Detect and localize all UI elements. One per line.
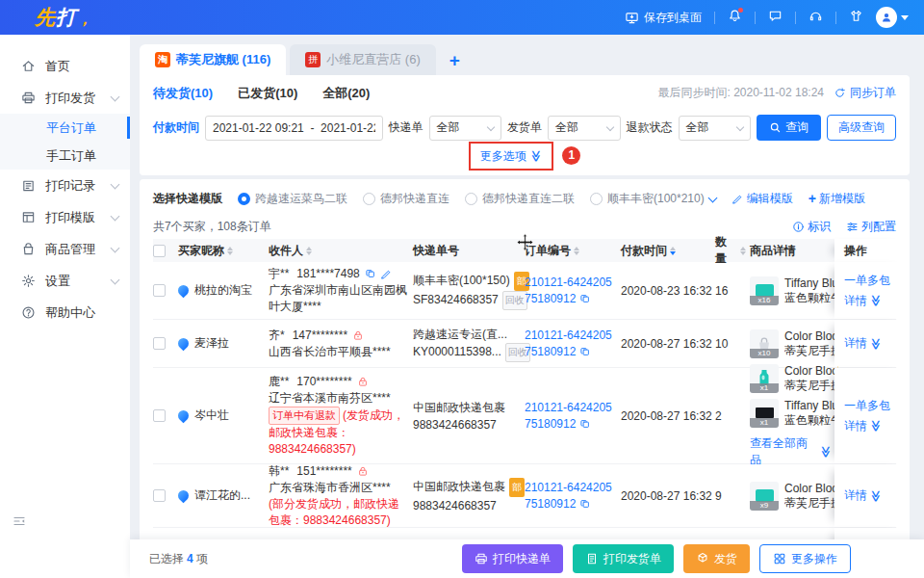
sidebar-item-printer[interactable]: 打印发货 [0, 82, 130, 114]
add-template-button[interactable]: + 新增模版 [808, 191, 865, 207]
sidebar-item-record[interactable]: 打印记录 [0, 170, 130, 201]
order-number-line[interactable]: 75180912 [525, 496, 617, 512]
quantity-cell: 16 [715, 284, 750, 298]
order-tab[interactable]: 待发货(10) [153, 85, 213, 102]
lock-icon[interactable] [357, 376, 369, 387]
footer-button-invoice[interactable]: 打印发货单 [573, 544, 674, 573]
express-filter-select[interactable]: 全部 [429, 116, 501, 141]
refund-filter-value: 全部 [686, 119, 709, 136]
lock-icon[interactable] [352, 329, 364, 341]
search-button-label: 查询 [785, 119, 808, 136]
recycle-badge[interactable]: 回收 [502, 291, 527, 310]
order-number-line[interactable]: 210121-6424205 [525, 480, 617, 496]
sidebar-item-gear[interactable]: 设置 [0, 265, 130, 297]
edit-template-button[interactable]: 编辑模版 [732, 191, 793, 207]
copy-icon[interactable] [579, 418, 591, 430]
copy-icon[interactable] [579, 498, 591, 510]
advanced-search-button[interactable]: 高级查询 [827, 115, 896, 141]
sort-icons [574, 247, 579, 255]
save-to-desktop-button[interactable]: 保存到桌面 [625, 10, 702, 26]
template-radio-option[interactable]: 顺丰丰密(100*210) [590, 191, 716, 207]
edit-icon[interactable] [380, 268, 393, 280]
more-options-button[interactable]: 更多选项 ≫ [480, 148, 543, 165]
view-all-products-link[interactable]: 查看全部商品≫ [750, 435, 833, 468]
row-checkbox[interactable] [153, 337, 166, 350]
recipient-icons [365, 268, 393, 280]
template-radio-option[interactable]: 德邦快递直连 [363, 191, 449, 207]
action-link[interactable]: 详情≫ [844, 335, 910, 352]
account-menu[interactable] [876, 7, 909, 28]
copy-icon[interactable] [579, 346, 591, 357]
row-checkbox[interactable] [153, 284, 166, 297]
template-radio-option[interactable]: 跨越速运菜鸟二联 [238, 191, 347, 207]
template-radio-option[interactable]: 德邦快递直连二联 [465, 191, 575, 207]
select-all-checkbox[interactable] [153, 245, 166, 257]
order-number-line[interactable]: 210121-6424205 [525, 328, 617, 344]
sidebar-item-help[interactable]: 帮助中心 [0, 297, 130, 328]
copy-icon[interactable] [579, 293, 591, 304]
column-config-button[interactable]: 列配置 [846, 219, 896, 235]
sidebar-subitem-active[interactable]: 平台订单 [0, 114, 130, 142]
lock-icon[interactable] [357, 465, 369, 477]
footer-button-ship[interactable]: 发货 [683, 544, 750, 573]
column-label[interactable]: 订单编号 [525, 243, 579, 259]
order-number-line[interactable]: 75180912 [525, 344, 617, 360]
marks-button[interactable]: 标识 [792, 219, 831, 235]
radio-icon [590, 193, 603, 205]
action-link[interactable]: 详情≫ [844, 487, 910, 504]
sidebar-item-label: 首页 [45, 58, 70, 75]
table-row: 岑中壮鹿**170********辽宁省本溪市南芬区****订单中有退款(发货成… [153, 368, 896, 464]
sidebar-item-template[interactable]: 打印模版 [0, 201, 130, 233]
buyer-nickname[interactable]: 麦泽拉 [194, 335, 229, 352]
action-link[interactable]: 一单多包 [844, 273, 910, 289]
shop-tab-pinduoduo[interactable]: 拼小维尼直营店 (6) [290, 44, 436, 75]
pay-time-range-input[interactable] [205, 116, 383, 141]
recipient-name-line: 齐*147******** [269, 328, 409, 344]
buyer-nickname[interactable]: 桃拉的淘宝 [194, 282, 252, 299]
row-checkbox[interactable] [153, 489, 166, 502]
action-link[interactable]: 详情≫ [844, 418, 910, 434]
sidebar-subitem-item[interactable]: 手工订单 [0, 142, 130, 170]
notification-dot [738, 8, 743, 13]
buyer-nickname[interactable]: 谭江花的... [194, 487, 250, 504]
column-label[interactable]: 买家昵称 [178, 243, 233, 259]
footer-bar: 已选择4项 打印快递单打印发货单发货更多操作 [130, 539, 924, 578]
express-template: 中国邮政快递包裹 [413, 399, 521, 416]
order-number-cell: 210121-642420575180912 [525, 480, 621, 512]
refund-filter-select[interactable]: 全部 [679, 116, 751, 141]
buyer-nickname[interactable]: 岑中壮 [194, 407, 229, 424]
notifications-button[interactable] [728, 9, 742, 26]
feedback-button[interactable] [768, 9, 783, 26]
action-link[interactable]: 一单多包 [844, 398, 910, 414]
search-button[interactable]: 查询 [757, 115, 821, 141]
order-tab[interactable]: 已发货(10) [238, 85, 297, 102]
product-count-badge: x16 [750, 296, 779, 305]
sync-orders-button[interactable]: 同步订单 [834, 85, 896, 101]
collapse-sidebar-button[interactable] [12, 513, 27, 532]
help-icon [21, 305, 36, 320]
order-number-line[interactable]: 75180912 [525, 291, 617, 307]
shop-button[interactable] [849, 9, 863, 26]
ship-filter-select[interactable]: 全部 [548, 116, 620, 141]
row-checkbox[interactable] [153, 409, 166, 422]
column-label[interactable]: 收件人 [269, 243, 312, 259]
express-cell: 中国邮政快递包裹部9883424668357 [413, 478, 525, 514]
footer-button-grid[interactable]: 更多操作 [759, 544, 851, 573]
add-shop-tab-button[interactable]: + [449, 50, 460, 71]
order-number-line[interactable]: 210121-6424205 [525, 400, 617, 416]
order-number-cell: 210121-642420575180912 [525, 400, 621, 433]
footer-button-printer2[interactable]: 打印快递单 [462, 544, 563, 573]
order-tab[interactable]: 全部(20) [322, 85, 370, 102]
record-icon [21, 178, 36, 193]
order-number-line[interactable]: 75180912 [525, 416, 617, 433]
support-button[interactable] [808, 9, 823, 26]
table-header-actions: 操作 [834, 239, 910, 262]
column-label[interactable]: 付款时间 [621, 243, 676, 259]
copy-icon[interactable] [365, 268, 376, 280]
sidebar-item-home[interactable]: 首页 [0, 50, 130, 82]
shop-tab-taobao[interactable]: 淘蒂芙尼旗舰 (116) [140, 44, 286, 75]
sort-desc-icon [306, 251, 312, 255]
sidebar-item-goods[interactable]: 商品管理 [0, 233, 130, 265]
order-number-line[interactable]: 210121-6424205 [525, 275, 617, 291]
action-link[interactable]: 详情≫ [844, 293, 910, 309]
